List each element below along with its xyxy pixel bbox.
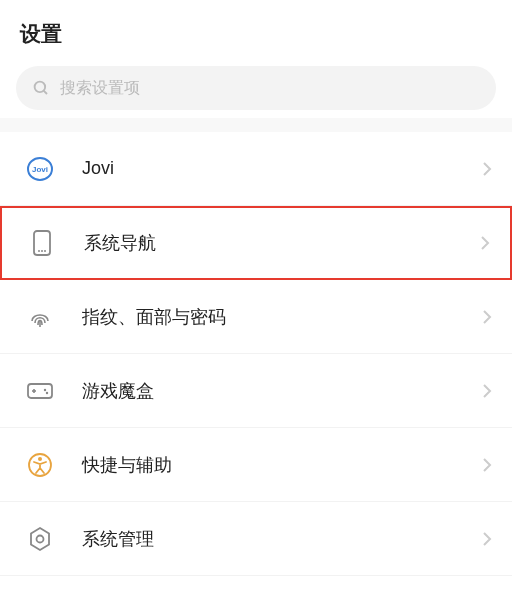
svg-point-0 <box>35 82 46 93</box>
svg-text:Jovi: Jovi <box>32 165 48 174</box>
svg-point-13 <box>46 391 48 393</box>
search-container <box>0 66 512 118</box>
settings-item-game-box[interactable]: 游戏魔盒 <box>0 354 512 428</box>
svg-marker-16 <box>31 528 49 550</box>
chevron-right-icon <box>482 383 492 399</box>
settings-item-system-management[interactable]: 系统管理 <box>0 502 512 576</box>
chevron-right-icon <box>482 309 492 325</box>
svg-point-15 <box>38 457 42 461</box>
svg-rect-9 <box>28 384 52 398</box>
settings-item-label: Jovi <box>82 158 482 179</box>
chevron-right-icon <box>482 161 492 177</box>
page-title: 设置 <box>20 20 492 48</box>
accessibility-icon <box>26 451 54 479</box>
fingerprint-icon <box>26 303 54 331</box>
settings-list: Jovi Jovi 系统导航 <box>0 132 512 576</box>
svg-line-1 <box>44 91 47 94</box>
svg-point-6 <box>41 250 43 252</box>
gear-hex-icon <box>26 525 54 553</box>
svg-point-7 <box>44 250 46 252</box>
chevron-right-icon <box>480 235 490 251</box>
page-header: 设置 <box>0 0 512 66</box>
settings-item-label: 游戏魔盒 <box>82 379 482 403</box>
section-gap <box>0 118 512 132</box>
chevron-right-icon <box>482 531 492 547</box>
settings-item-label: 指纹、面部与密码 <box>82 305 482 329</box>
settings-item-label: 系统导航 <box>84 231 480 255</box>
settings-item-fingerprint-face-password[interactable]: 指纹、面部与密码 <box>0 280 512 354</box>
jovi-icon: Jovi <box>26 155 54 183</box>
settings-item-system-navigation[interactable]: 系统导航 <box>0 206 512 280</box>
settings-item-shortcuts-accessibility[interactable]: 快捷与辅助 <box>0 428 512 502</box>
settings-item-label: 系统管理 <box>82 527 482 551</box>
search-icon <box>32 79 50 97</box>
svg-point-17 <box>37 535 44 542</box>
settings-item-label: 快捷与辅助 <box>82 453 482 477</box>
svg-point-12 <box>44 388 46 390</box>
search-box[interactable] <box>16 66 496 110</box>
chevron-right-icon <box>482 457 492 473</box>
gamepad-icon <box>26 377 54 405</box>
settings-item-jovi[interactable]: Jovi Jovi <box>0 132 512 206</box>
phone-icon <box>28 229 56 257</box>
search-input[interactable] <box>60 79 480 97</box>
svg-point-5 <box>38 250 40 252</box>
